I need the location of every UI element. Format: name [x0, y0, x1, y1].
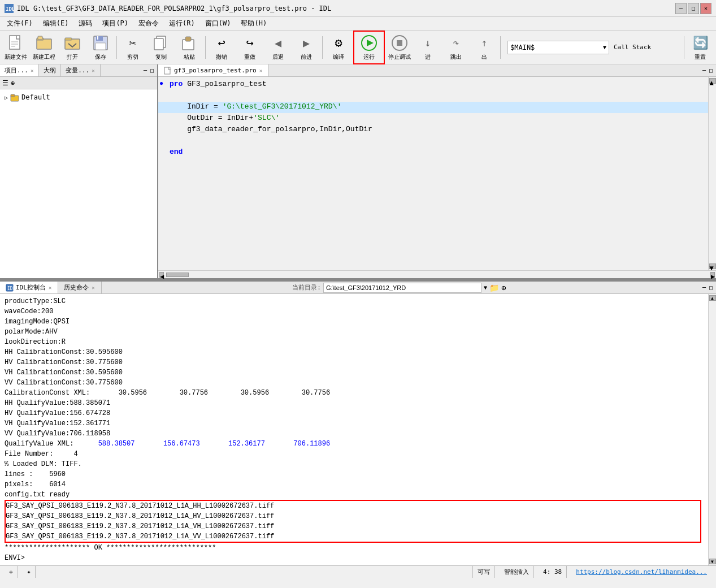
menu-source[interactable]: 源码 [74, 18, 97, 29]
step-in-button[interactable]: ↓ 进 [414, 33, 441, 62]
new-project-button[interactable]: 新建工程 [31, 33, 58, 62]
tab-project[interactable]: 项目... ✕ [0, 64, 39, 76]
close-button[interactable]: ✕ [700, 3, 711, 14]
editor-tab-file[interactable]: gf3_polsarpro_test.pro ✕ [158, 64, 269, 76]
compile-icon: ⚙ [329, 34, 348, 52]
output-line-20: GF3_SAY_QPSI_006183_E119.2_N37.8_2017101… [6, 501, 700, 511]
console-scroll-up[interactable]: ▲ [709, 295, 716, 301]
app-icon: IDL [5, 4, 14, 13]
panel-toolbar-btn2[interactable]: ⊕ [11, 79, 15, 87]
save-label: 保存 [95, 53, 106, 61]
console-controls: ─ □ [701, 284, 716, 291]
current-dir-input[interactable] [323, 283, 481, 293]
forward-label: 前进 [301, 53, 312, 61]
console-scroll-track [709, 302, 716, 557]
panel-minimize-icon[interactable]: ─ [142, 67, 148, 74]
forward-button[interactable]: ▶ 前进 [293, 33, 320, 62]
tab-variables[interactable]: 变量... ✕ [61, 64, 100, 76]
save-button[interactable]: 保存 [87, 33, 114, 62]
url-text[interactable]: https://blog.csdn.net/lihanmidea... [571, 566, 711, 578]
line-content-4: OutDir = InDir+'SLC\' [165, 114, 284, 122]
tab-variables-close[interactable]: ✕ [91, 67, 95, 74]
history-tab-close[interactable]: ✕ [91, 284, 95, 291]
code-line-7: end [158, 147, 708, 158]
reset-button[interactable]: 🔄 重置 [687, 33, 714, 62]
step-over-button[interactable]: ↷ 跳出 [442, 33, 470, 62]
console-maximize-icon[interactable]: □ [708, 284, 714, 291]
copy-icon [152, 34, 170, 52]
output-line-4: lookDirection:R [5, 337, 704, 347]
tree-item-default[interactable]: ▷ Default [2, 92, 155, 103]
dir-btn2[interactable]: ⊕ [501, 283, 506, 292]
current-dir-label: 当前目录: [292, 283, 321, 292]
scroll-right-btn[interactable]: ▶ [710, 272, 715, 278]
output-line-3: polarMode:AHV [5, 327, 704, 337]
left-panel-controls: ─ □ [142, 67, 157, 74]
toolbar: 新建文件 新建工程 打开 保存 ✂ 剪切 复制 粘贴 ↩ [0, 31, 716, 64]
tab-history[interactable]: 历史命令 ✕ [58, 282, 101, 293]
svg-rect-14 [96, 43, 106, 50]
console-output: productType:SLC waveCode:200 imagingMode… [0, 294, 708, 565]
editor-scrollbar-h[interactable]: ◀ ▶ [158, 270, 716, 278]
menu-file[interactable]: 文件(F) [2, 18, 37, 29]
minimize-button[interactable]: ─ [675, 3, 687, 14]
tab-outline-label: 大纲 [44, 66, 56, 75]
scroll-up-btn[interactable]: ▲ [709, 78, 716, 84]
tab-project-close[interactable]: ✕ [30, 67, 34, 74]
menu-project[interactable]: 项目(P) [98, 18, 133, 29]
editor-tab-close[interactable]: ✕ [259, 67, 263, 74]
console-minimize-icon[interactable]: ─ [701, 284, 707, 291]
callstack-dropdown[interactable]: $MAIN$ ▼ [507, 41, 609, 54]
tab-outline[interactable]: 大纲 [39, 64, 61, 76]
output-line-22: GF3_SAY_QPSI_006183_E119.2_N37.8_2017101… [6, 521, 700, 531]
tab-variables-label: 变量... [66, 66, 89, 75]
tab-idl-console[interactable]: IDL IDL控制台 ✕ [0, 282, 58, 293]
copy-button[interactable]: 复制 [147, 33, 175, 62]
console-tab-close[interactable]: ✕ [48, 284, 52, 291]
menu-help[interactable]: 帮助(H) [236, 18, 271, 29]
svg-rect-24 [11, 94, 15, 97]
dir-dropdown-btn[interactable]: ▼ [484, 284, 487, 291]
redo-button[interactable]: ↪ 重做 [236, 33, 263, 62]
open-button[interactable]: 打开 [59, 33, 86, 62]
new-file-icon [7, 34, 25, 52]
panel-maximize-icon[interactable]: □ [149, 67, 155, 74]
scroll-left-btn[interactable]: ◀ [159, 272, 164, 278]
title-bar: IDL IDL G:\test_GF3\GF3_DATA_READER_FOR_… [0, 0, 716, 17]
menu-macro[interactable]: 宏命令 [134, 18, 163, 29]
menu-window[interactable]: 窗口(W) [201, 18, 236, 29]
undo-button[interactable]: ↩ 撤销 [208, 33, 235, 62]
paste-button[interactable]: 粘贴 [176, 33, 203, 62]
run-button[interactable]: 运行 [355, 33, 383, 62]
maximize-button[interactable]: □ [688, 3, 699, 14]
new-file-button[interactable]: 新建文件 [2, 33, 29, 62]
menu-run[interactable]: 运行(R) [164, 18, 199, 29]
compile-button[interactable]: ⚙ 编译 [325, 33, 352, 62]
code-line-3: InDir = 'G:\test_GF3\20171012_YRD\' [158, 102, 708, 113]
editor-scrollbar-v[interactable]: ▲ ▼ [708, 77, 716, 270]
cut-button[interactable]: ✂ 剪切 [119, 33, 146, 62]
line-marker-1: ● [158, 80, 165, 88]
editor-main[interactable]: ● pro GF3_polsarpro_test InDir = 'G:\tes… [158, 77, 708, 270]
output-line-5: HH CalibrationConst:30.595600 [5, 347, 704, 357]
cut-label: 剪切 [127, 53, 138, 61]
code-line-6 [158, 136, 708, 147]
current-dir-area: 当前目录: ▼ 📁 ⊕ [292, 283, 510, 293]
console-scroll-down[interactable]: ▼ [709, 559, 716, 564]
left-panel: 项目... ✕ 大纲 变量... ✕ ─ □ ☰ ⊕ ▷ Default [0, 64, 158, 278]
menu-edit[interactable]: 编辑(E) [38, 18, 73, 29]
separator-2 [205, 36, 206, 59]
scroll-down-btn[interactable]: ▼ [709, 263, 716, 269]
stop-button[interactable]: 停止调试 [386, 33, 413, 62]
panel-toolbar-btn1[interactable]: ☰ [2, 79, 8, 87]
editor-maximize-icon[interactable]: □ [708, 67, 714, 74]
editor-wrapper: ● pro GF3_polsarpro_test InDir = 'G:\tes… [158, 77, 716, 270]
editor-minimize-icon[interactable]: ─ [701, 67, 707, 74]
console-scrollbar-v[interactable]: ▲ ▼ [708, 294, 716, 565]
editor-tabs: gf3_polsarpro_test.pro ✕ ─ □ [158, 64, 716, 77]
back-button[interactable]: ◀ 后退 [264, 33, 292, 62]
step-out-button[interactable]: ↑ 出 [471, 33, 498, 62]
back-icon: ◀ [269, 34, 287, 52]
svg-rect-6 [37, 39, 51, 49]
dir-btn1[interactable]: 📁 [489, 283, 499, 292]
